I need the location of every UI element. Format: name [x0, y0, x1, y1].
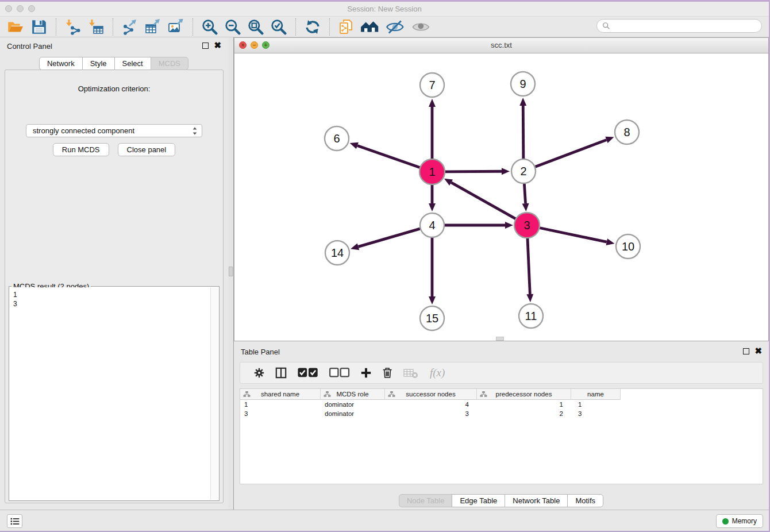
zoom-in-button[interactable]: [202, 18, 218, 36]
zoom-fit-button[interactable]: [248, 18, 264, 36]
canvas-resize-handle[interactable]: [496, 337, 504, 341]
zoom-out-icon: [225, 19, 241, 35]
close-panel-icon[interactable]: ✖: [214, 42, 221, 49]
graph-node-label: 8: [623, 126, 630, 138]
search-input[interactable]: [613, 21, 756, 30]
select-all-columns-button[interactable]: [297, 367, 318, 379]
delete-column-button[interactable]: [382, 367, 392, 379]
cell-name[interactable]: 3: [571, 409, 621, 418]
show-all-button[interactable]: [411, 18, 430, 36]
select-all-columns-icon: [297, 367, 318, 379]
export-image-button[interactable]: [168, 18, 184, 36]
column-header-mcds-role[interactable]: MCDS role: [321, 389, 385, 400]
graph-node-label: 6: [333, 132, 340, 145]
edge-2-9[interactable]: [523, 106, 523, 159]
cell-mcds-role[interactable]: dominator: [321, 409, 385, 418]
hide-selected-button[interactable]: [386, 18, 405, 36]
mcds-result-item: 3: [13, 299, 207, 309]
first-neighbors-button[interactable]: [360, 18, 379, 36]
edge-3-1[interactable]: [451, 183, 516, 219]
table-row[interactable]: 1dominator411: [240, 400, 763, 409]
tab-edge-table[interactable]: Edge Table: [452, 494, 505, 507]
column-header-name[interactable]: name: [571, 389, 621, 400]
refresh-button[interactable]: [305, 18, 321, 36]
tab-select[interactable]: Select: [114, 57, 151, 70]
table-row[interactable]: 3dominator323: [240, 409, 763, 418]
edge-3-10[interactable]: [540, 228, 607, 242]
divider-handle[interactable]: [229, 267, 233, 276]
show-columns-button[interactable]: [275, 367, 287, 379]
criterion-dropdown[interactable]: strongly connected component: [26, 124, 202, 137]
column-header-predecessor-nodes[interactable]: predecessor nodes: [477, 389, 571, 400]
mcds-result-list[interactable]: 13: [10, 287, 210, 500]
edge-4-14[interactable]: [358, 229, 419, 246]
run-mcds-button[interactable]: Run MCDS: [53, 143, 109, 156]
cell-predecessor-nodes[interactable]: 1: [477, 400, 571, 409]
column-header-label: name: [587, 391, 604, 398]
float-table-panel-icon[interactable]: [743, 348, 749, 354]
show-all-icon: [411, 19, 430, 35]
cell-successor-nodes[interactable]: 4: [385, 400, 477, 409]
memory-button[interactable]: Memory: [716, 514, 763, 528]
tab-network-table[interactable]: Network Table: [505, 494, 568, 507]
new-network-from-selection-button[interactable]: [338, 18, 353, 36]
tab-node-table[interactable]: Node Table: [399, 494, 453, 507]
cell-predecessor-nodes[interactable]: 2: [477, 409, 571, 418]
add-column-button[interactable]: [360, 367, 372, 379]
column-header-shared-name[interactable]: shared name: [240, 389, 321, 400]
network-canvas[interactable]: 1234678910111415: [234, 53, 768, 341]
network-view-window: × – + scc.txt 1234678910111415: [234, 37, 769, 341]
add-column-icon: [360, 367, 372, 379]
node-table: shared nameMCDS rolesuccessor nodesprede…: [240, 388, 763, 484]
task-history-button[interactable]: [7, 514, 22, 528]
delete-table-icon: [403, 367, 418, 379]
minimize-view-icon[interactable]: –: [251, 41, 258, 49]
cell-name[interactable]: 1: [571, 400, 621, 409]
edge-2-8[interactable]: [536, 140, 607, 167]
edge-2-3[interactable]: [524, 184, 525, 203]
float-panel-icon[interactable]: [202, 43, 209, 49]
edge-arrowhead: [526, 294, 533, 302]
table-settings-button[interactable]: [253, 367, 265, 379]
cell-shared-name[interactable]: 1: [240, 400, 321, 409]
tab-style[interactable]: Style: [82, 57, 115, 70]
open-session-button[interactable]: [7, 18, 24, 36]
application-window: Session: New Session Control Panel ✖ Net…: [0, 0, 770, 532]
zoom-selected-button[interactable]: [271, 18, 287, 36]
deselect-all-columns-button[interactable]: [329, 367, 350, 379]
window-controls: [5, 5, 35, 12]
cell-shared-name[interactable]: 3: [240, 409, 321, 418]
close-panel-button[interactable]: Close panel: [118, 143, 176, 156]
result-scrollbar[interactable]: [210, 287, 218, 500]
panel-divider[interactable]: [228, 37, 234, 510]
column-header-successor-nodes[interactable]: successor nodes: [385, 389, 477, 400]
column-header-label: predecessor nodes: [496, 391, 552, 398]
minimize-window-icon[interactable]: [17, 5, 24, 12]
maximize-view-icon[interactable]: +: [262, 41, 270, 49]
tab-mcds[interactable]: MCDS: [151, 57, 188, 70]
close-window-icon[interactable]: [5, 5, 12, 12]
import-table-button[interactable]: [88, 18, 104, 36]
edge-1-6[interactable]: [357, 146, 420, 168]
export-table-button[interactable]: [145, 18, 161, 36]
tab-motifs[interactable]: Motifs: [567, 494, 603, 507]
edge-3-11[interactable]: [528, 238, 530, 294]
edge-arrowhead: [429, 296, 436, 304]
tab-network[interactable]: Network: [39, 57, 83, 70]
search-box[interactable]: [596, 19, 762, 33]
maximize-window-icon[interactable]: [28, 5, 35, 12]
edge-arrowhead: [606, 238, 615, 245]
export-network-button[interactable]: [122, 18, 138, 36]
save-session-button[interactable]: [31, 18, 47, 36]
edge-1-2[interactable]: [445, 171, 502, 172]
close-view-icon[interactable]: ×: [239, 41, 247, 49]
cell-mcds-role[interactable]: dominator: [321, 400, 385, 409]
table-settings-icon: [253, 367, 265, 379]
close-table-panel-icon[interactable]: ✖: [754, 348, 762, 354]
zoom-out-button[interactable]: [225, 18, 241, 36]
toolbar-separator: [56, 18, 56, 36]
status-bar: Memory: [0, 510, 769, 531]
cell-successor-nodes[interactable]: 3: [385, 409, 477, 418]
import-network-button[interactable]: [65, 18, 81, 36]
network-window-titlebar: × – + scc.txt: [234, 38, 768, 53]
